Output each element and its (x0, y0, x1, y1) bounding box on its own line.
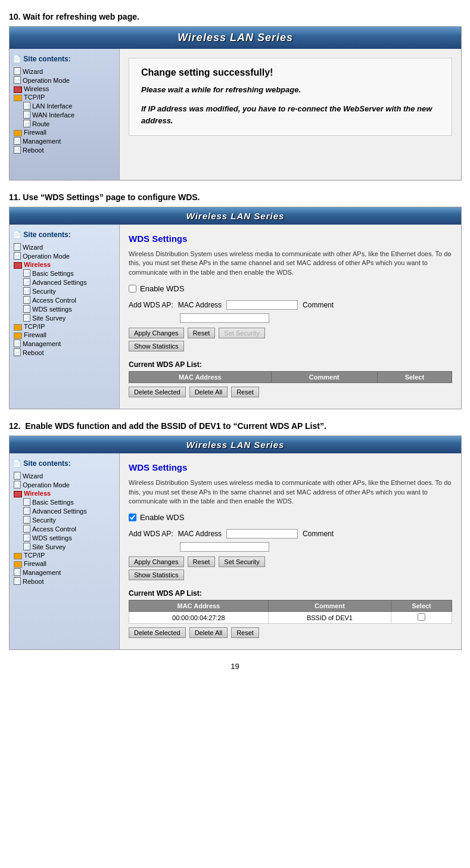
s11-opmode[interactable]: 📄 Operation Mode (13, 251, 116, 260)
s12-management-icon: 📄 (14, 568, 21, 576)
s12-comment-input[interactable] (180, 542, 269, 552)
s11-bottom-btns: Delete Selected Delete All Reset (129, 387, 452, 397)
step12-sidebar: 📄 Site contents: 📄 Wizard 📄 Operation Mo… (10, 453, 120, 649)
s12-access[interactable]: 📄 Access Control (13, 524, 116, 533)
step12-sidebar-title: 📄 Site contents: (13, 459, 116, 468)
s11-wizard-icon: 📄 (14, 243, 21, 251)
wireless-folder-icon (14, 86, 22, 93)
s11-wireless[interactable]: Wireless (13, 260, 116, 269)
s12-enable-row: Enable WDS (129, 513, 452, 522)
s11-wds-table: MAC Address Comment Select (129, 371, 452, 383)
s11-reset-btn[interactable]: Reset (188, 328, 216, 338)
s12-security[interactable]: 📄 Security (13, 515, 116, 524)
s12-wds-desc: Wireless Distribution System uses wirele… (129, 478, 452, 506)
s11-wireless-icon (14, 262, 22, 269)
s11-tcpip-icon (14, 324, 22, 331)
td-select[interactable] (391, 612, 452, 624)
s11-stats-btn[interactable]: Show Statistics (129, 341, 184, 351)
s11-management[interactable]: 📄 Management (13, 339, 116, 348)
s12-survey[interactable]: 📄 Site Survey (13, 542, 116, 551)
s11-security-icon: 📄 (23, 287, 30, 295)
s12-wds[interactable]: 📄 WDS settings (13, 533, 116, 542)
sidebar-wizard[interactable]: 📄 Wizard (13, 67, 116, 76)
s12-th-select: Select (391, 601, 452, 612)
s11-delete-sel-btn[interactable]: Delete Selected (129, 387, 186, 397)
s12-reset-btn[interactable]: Reset (188, 556, 216, 567)
sidebar-reboot[interactable]: 📄 Reboot (13, 145, 116, 154)
sidebar-wan[interactable]: 📄 WAN Interface (13, 110, 116, 119)
s11-firewall[interactable]: Firewall (13, 331, 116, 339)
s12-stats-btn[interactable]: Show Statistics (129, 570, 184, 580)
s12-mac-input[interactable] (226, 529, 298, 539)
s11-basic[interactable]: 📄 Basic Settings (13, 269, 116, 278)
s12-reset2-btn[interactable]: Reset (231, 627, 259, 638)
s11-comment-input[interactable] (180, 313, 269, 323)
s12-wizard[interactable]: 📄 Wizard (13, 471, 116, 480)
step12-header: Wireless LAN Series (10, 436, 461, 453)
s11-enable-checkbox[interactable] (129, 285, 136, 293)
s11-delete-all-btn[interactable]: Delete All (189, 387, 228, 397)
s12-add-row: Add WDS AP: MAC Address Comment (129, 529, 452, 539)
s12-apply-btn[interactable]: Apply Changes (129, 556, 184, 567)
step12-heading: 12. Enable WDS function and add the BSSI… (9, 421, 461, 431)
s11-list-title: Current WDS AP List: (129, 360, 452, 369)
route-icon: 📄 (23, 120, 30, 127)
lan-icon: 📄 (23, 102, 30, 110)
s12-reboot[interactable]: 📄 Reboot (13, 577, 116, 586)
opmode-icon: 📄 (14, 76, 21, 84)
s12-wireless[interactable]: Wireless (13, 489, 116, 497)
s12-access-icon: 📄 (23, 525, 30, 533)
s12-enable-checkbox[interactable] (129, 514, 136, 521)
step10-body: 📄 Site contents: 📄 Wizard 📄 Operation Mo… (10, 49, 461, 180)
s12-basic[interactable]: 📄 Basic Settings (13, 497, 116, 506)
firewall-icon (14, 130, 22, 136)
s12-btn-row1: Apply Changes Reset Set Security (129, 556, 452, 567)
sidebar-firewall[interactable]: Firewall (13, 128, 116, 136)
s11-security[interactable]: 📄 Security (13, 287, 116, 295)
s11-btn-row2: Show Statistics (129, 341, 452, 351)
s11-add-label: Add WDS AP: (129, 301, 173, 309)
s12-advanced[interactable]: 📄 Advanced Settings (13, 506, 116, 515)
s11-advanced-icon: 📄 (23, 278, 30, 286)
s12-opmode[interactable]: 📄 Operation Mode (13, 480, 116, 489)
s11-security-btn[interactable]: Set Security (219, 328, 264, 338)
s11-mac-input[interactable] (226, 300, 298, 310)
table-row: 00:00:00:04:27:28BSSID of DEV1 (129, 612, 452, 624)
s12-bottom-btns: Delete Selected Delete All Reset (129, 627, 452, 638)
s11-btn-row1: Apply Changes Reset Set Security (129, 328, 452, 338)
s12-basic-icon: 📄 (23, 498, 30, 506)
s11-survey[interactable]: 📄 Site Survey (13, 313, 116, 322)
s12-security-btn[interactable]: Set Security (219, 556, 264, 567)
s11-firewall-icon (14, 332, 22, 339)
s11-tcpip[interactable]: TCP/IP (13, 322, 116, 331)
step11-sidebar: 📄 Site contents: 📄 Wizard 📄 Operation Mo… (10, 225, 120, 409)
s11-advanced[interactable]: 📄 Advanced Settings (13, 278, 116, 287)
s12-management[interactable]: 📄 Management (13, 568, 116, 577)
s11-wds[interactable]: 📄 WDS settings (13, 304, 116, 313)
step11-panel: Wireless LAN Series 📄 Site contents: 📄 W… (9, 207, 462, 409)
sidebar-tcpip[interactable]: TCP/IP (13, 93, 116, 101)
s12-firewall[interactable]: Firewall (13, 559, 116, 568)
s12-delete-all-btn[interactable]: Delete All (189, 627, 228, 638)
s12-firewall-icon (14, 561, 22, 568)
s11-reboot[interactable]: 📄 Reboot (13, 348, 116, 357)
success-title: Change setting successfully! (141, 67, 440, 78)
s11-access[interactable]: 📄 Access Control (13, 295, 116, 304)
s12-list-title: Current WDS AP List: (129, 589, 452, 598)
s12-delete-sel-btn[interactable]: Delete Selected (129, 627, 186, 638)
sidebar-route[interactable]: 📄 Route (13, 119, 116, 128)
s11-wizard[interactable]: 📄 Wizard (13, 242, 116, 251)
s12-reboot-icon: 📄 (14, 577, 21, 585)
s11-apply-btn[interactable]: Apply Changes (129, 328, 184, 338)
s11-opmode-icon: 📄 (14, 252, 21, 260)
s12-survey-icon: 📄 (23, 543, 30, 550)
s12-tcpip[interactable]: TCP/IP (13, 551, 116, 559)
s11-comment-label: Comment (303, 301, 334, 309)
sidebar-operation-mode[interactable]: 📄 Operation Mode (13, 76, 116, 85)
wan-icon: 📄 (23, 111, 30, 119)
sidebar-management[interactable]: 📄 Management (13, 136, 116, 145)
s11-reset2-btn[interactable]: Reset (231, 387, 259, 397)
sidebar-wireless[interactable]: Wireless (13, 85, 116, 93)
sidebar-lan[interactable]: 📄 LAN Interface (13, 101, 116, 110)
step10-sidebar-title: 📄 Site contents: (13, 55, 116, 63)
